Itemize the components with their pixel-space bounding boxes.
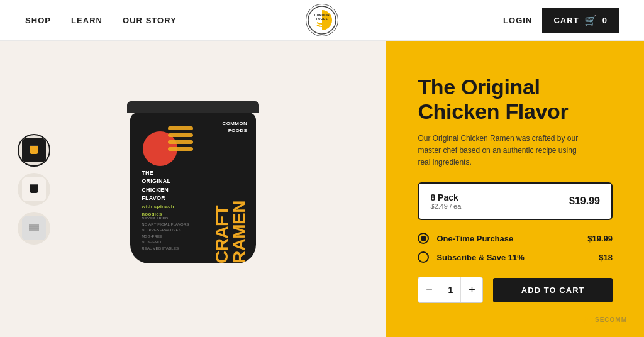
logo-svg: COMMON FOODS (307, 5, 337, 35)
thumb-cup-icon-2 (26, 182, 42, 197)
thumb-cup-icon (26, 143, 42, 158)
wavy-line-2 (168, 133, 193, 137)
svg-rect-6 (30, 184, 38, 185)
cart-label: CART (553, 16, 579, 25)
logo-circle: COMMON FOODS (306, 4, 338, 36)
pack-price: $19.99 (569, 196, 600, 207)
svg-rect-5 (30, 184, 38, 193)
pack-label: 8 Pack (430, 192, 461, 202)
thumb-label-icon (26, 221, 42, 236)
add-to-cart-button[interactable]: ADD TO CART (493, 278, 613, 302)
thumbnail-2[interactable] (18, 173, 50, 206)
nav-story[interactable]: OUR STORY (123, 16, 177, 25)
product-title: The Original Chicken Flavor (418, 75, 613, 124)
wavy-line-1 (168, 126, 193, 130)
option-one-time[interactable]: One-Time Purchase $19.99 (418, 233, 613, 244)
nav-right: LOGIN CART 🛒 0 (503, 8, 619, 33)
pack-info: 8 Pack $2.49 / ea (430, 192, 461, 210)
thumb-inner-3 (22, 216, 46, 240)
option-subscribe-price: $18 (599, 253, 613, 262)
radio-one-time-dot (421, 236, 426, 241)
cup-craft-ramen: CRAFT RAMEN (213, 150, 248, 263)
quantity-control: − 1 + (418, 277, 483, 303)
cup-wavy-lines (168, 126, 193, 151)
radio-subscribe (418, 251, 429, 263)
cup-text-block: THE ORIGINAL CHICKEN FLAVOR with spinach… (142, 169, 174, 218)
cup-rim (127, 101, 259, 113)
login-link[interactable]: LOGIN (503, 16, 532, 25)
cart-row: − 1 + ADD TO CART (418, 277, 613, 303)
svg-rect-4 (30, 145, 38, 146)
cup-brand: COMMON FOODS (222, 120, 247, 134)
option-one-time-label: One-Time Purchase (436, 234, 580, 243)
cart-count: 0 (602, 16, 608, 25)
product-description: Our Original Chicken Ramen was crafted b… (418, 133, 587, 169)
pack-selector[interactable]: 8 Pack $2.49 / ea $19.99 (418, 182, 613, 220)
nav-learn[interactable]: LEARN (71, 16, 103, 25)
purchase-options: One-Time Purchase $19.99 Subscribe & Sav… (418, 233, 613, 263)
header: SHOP LEARN OUR STORY COMMON FOODS LOGIN … (0, 0, 644, 41)
cup-claims: NEVER FRIED NO ARTIFICIAL FLAVORS NO PRE… (142, 216, 189, 252)
thumbnail-strip (18, 134, 50, 245)
thumb-inner-1 (22, 138, 46, 162)
wavy-line-4 (168, 147, 193, 151)
cup-container: COMMON FOODS THE ORIGINAL CHICKEN (124, 101, 262, 277)
secomm-logo: SECOMM (584, 313, 634, 327)
option-subscribe-label: Subscribe & Save 11% (436, 253, 591, 262)
thumbnail-1[interactable] (18, 134, 50, 167)
cart-icon: 🛒 (584, 14, 597, 26)
thumb-inner-2 (22, 177, 46, 201)
thumbnail-3[interactable] (18, 212, 50, 245)
product-right: The Original Chicken Flavor Our Original… (386, 41, 644, 337)
svg-text:SECOMM: SECOMM (595, 316, 627, 323)
svg-rect-3 (30, 145, 38, 154)
nav-left: SHOP LEARN OUR STORY (25, 16, 177, 25)
wavy-line-3 (168, 140, 193, 144)
pack-per: $2.49 / ea (430, 202, 461, 210)
cart-button[interactable]: CART 🛒 0 (542, 8, 619, 33)
qty-decrease-button[interactable]: − (418, 277, 440, 302)
svg-text:COMMON: COMMON (314, 14, 330, 17)
cup-body: COMMON FOODS THE ORIGINAL CHICKEN (130, 113, 256, 263)
radio-one-time (418, 233, 429, 244)
nav-shop[interactable]: SHOP (25, 16, 51, 25)
option-subscribe[interactable]: Subscribe & Save 11% $18 (418, 251, 613, 263)
secomm-text: SECOMM (584, 321, 634, 328)
qty-increase-button[interactable]: + (461, 277, 482, 302)
svg-text:FOODS: FOODS (316, 18, 328, 21)
svg-rect-7 (29, 224, 39, 231)
secomm-badge: SECOMM (584, 313, 634, 329)
logo: COMMON FOODS (300, 4, 344, 36)
qty-value: 1 (440, 277, 461, 302)
option-one-time-price: $19.99 (587, 234, 613, 243)
product-left: COMMON FOODS THE ORIGINAL CHICKEN (0, 41, 386, 337)
product-image-area: COMMON FOODS THE ORIGINAL CHICKEN (92, 76, 294, 302)
page-content: COMMON FOODS THE ORIGINAL CHICKEN (0, 41, 644, 337)
